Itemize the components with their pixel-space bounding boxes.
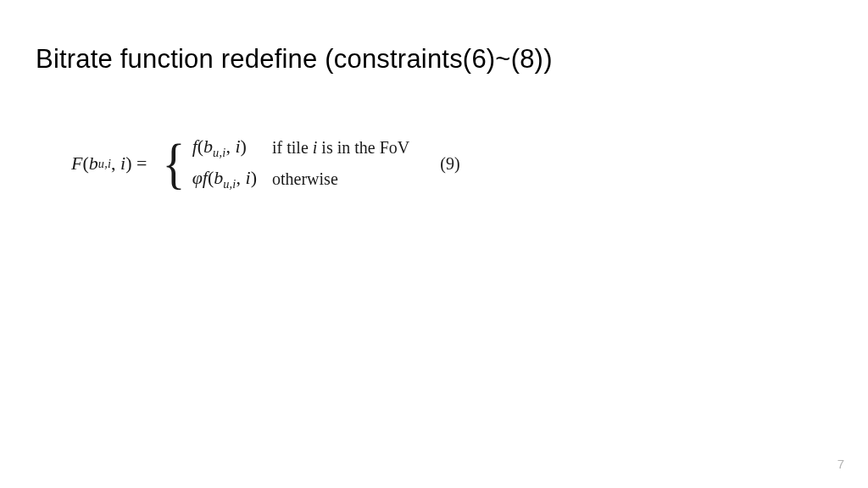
case2-sub: u,i <box>223 177 236 191</box>
arg-i: i <box>120 152 125 175</box>
left-brace-icon: { <box>162 136 185 191</box>
case2-b: b <box>214 167 223 188</box>
func-f-2: f <box>203 167 208 188</box>
case-2-cond: otherwise <box>272 169 409 189</box>
slide: Bitrate function redefine (constraints(6… <box>0 0 868 488</box>
arg-sub: u,i <box>98 157 111 171</box>
cond1-post: is in the FoV <box>317 138 409 157</box>
equation-number: (9) <box>440 154 459 174</box>
case2-i: i <box>246 167 251 188</box>
func-F: F <box>71 152 82 175</box>
cond1-pre: if tile <box>272 138 313 157</box>
case1-i: i <box>235 136 240 157</box>
phi-symbol: φ <box>192 167 203 188</box>
equation-cases: f(bu,i, i) if tile i is in the FoV φf(bu… <box>192 136 410 191</box>
case-2-expr: φf(bu,i, i) <box>192 167 257 191</box>
slide-title: Bitrate function redefine (constraints(6… <box>36 44 553 75</box>
arg-b: b <box>89 152 98 175</box>
case-1-expr: f(bu,i, i) <box>192 136 257 160</box>
case1-sub: u,i <box>213 146 225 159</box>
equation-lhs: F(bu,i, i) = <box>71 152 152 175</box>
case1-b: b <box>203 136 213 157</box>
page-number: 7 <box>837 457 844 471</box>
equation-9: F(bu,i, i) = { f(bu,i, i) if tile i is i… <box>71 136 460 191</box>
case-1-cond: if tile i is in the FoV <box>272 138 409 158</box>
func-f-1: f <box>192 136 198 157</box>
